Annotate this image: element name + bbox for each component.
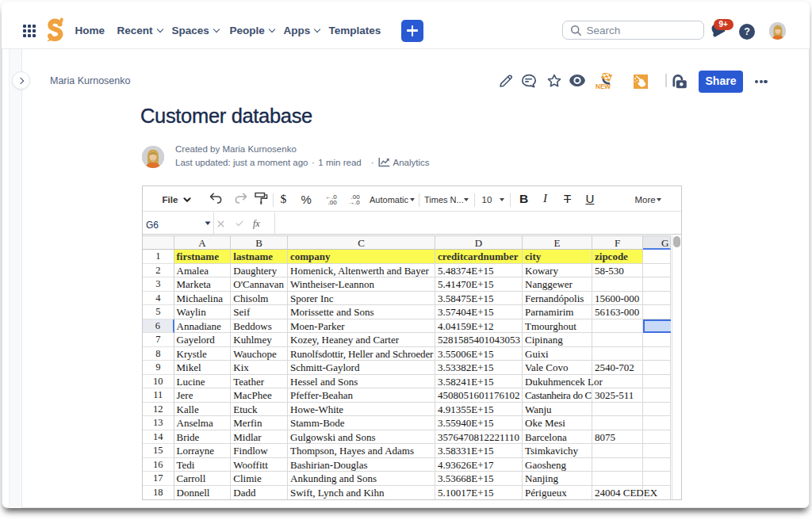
svg-text:.00: .00 [327, 199, 337, 205]
svg-text:NEW: NEW [596, 82, 611, 90]
svg-text:→.0: →.0 [348, 199, 360, 205]
